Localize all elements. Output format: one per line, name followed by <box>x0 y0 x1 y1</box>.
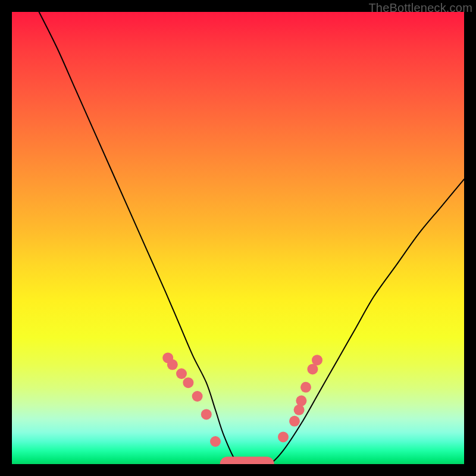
data-point <box>192 391 203 402</box>
baseline-band-rect <box>220 456 274 464</box>
data-point <box>296 396 306 406</box>
data-point <box>312 355 322 365</box>
data-point <box>201 409 212 419</box>
data-point <box>300 382 311 393</box>
data-point <box>294 405 305 415</box>
bottleneck-curve-line <box>39 12 464 464</box>
chart-plot-area <box>12 12 464 464</box>
data-point <box>210 436 221 447</box>
data-point <box>289 416 300 427</box>
chart-svg <box>12 12 464 464</box>
data-point <box>183 377 193 388</box>
data-point <box>176 368 187 379</box>
outer-frame: TheBottleneck.com <box>0 0 476 476</box>
baseline-band <box>220 456 274 464</box>
data-point <box>167 359 178 370</box>
data-point <box>278 431 289 442</box>
